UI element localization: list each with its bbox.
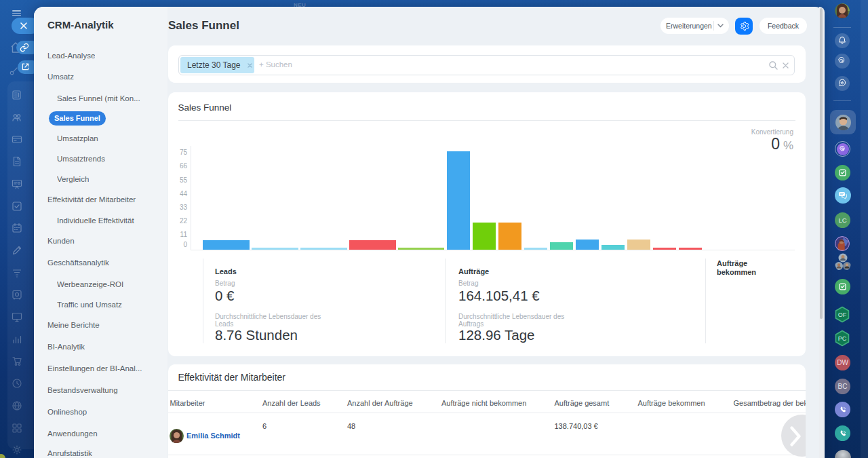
svg-text:OF: OF: [838, 311, 847, 318]
svg-text:PC: PC: [838, 335, 847, 342]
